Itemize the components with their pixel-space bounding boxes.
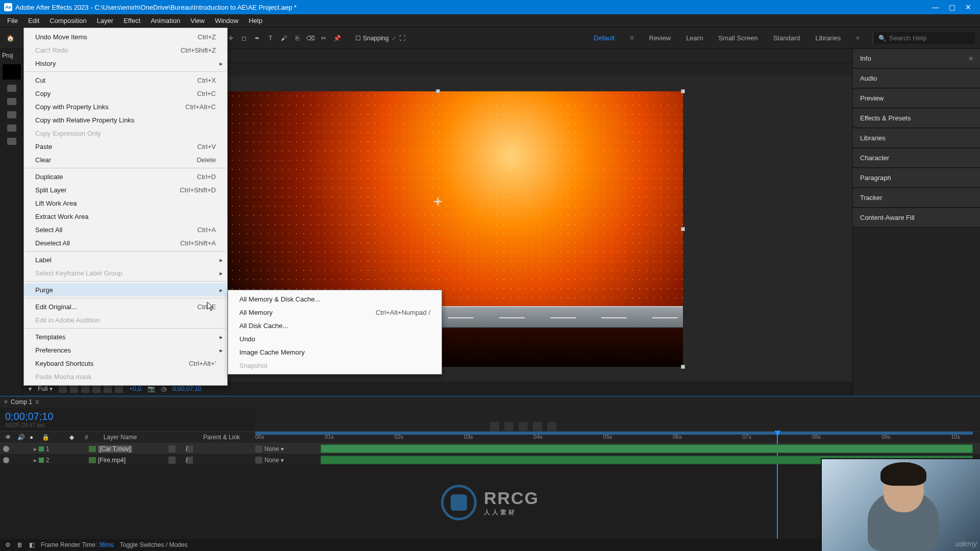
menu-composition[interactable]: Composition — [44, 15, 91, 27]
workspace-default[interactable]: Default — [594, 34, 615, 42]
edit-menu-item[interactable]: Copy with Relative Property Links — [24, 113, 227, 127]
menu-animation[interactable]: Animation — [145, 15, 185, 27]
edit-menu-item[interactable]: ClearDelete — [24, 153, 227, 166]
edit-menu-item[interactable]: CutCtrl+X — [24, 73, 227, 87]
bbox-handle[interactable] — [681, 227, 685, 231]
project-search-icon[interactable] — [7, 85, 16, 92]
maximize-button[interactable]: ▢ — [944, 2, 960, 12]
tl-tool-icon[interactable] — [490, 422, 499, 431]
purge-menu-item[interactable]: All Memory & Disk Cache... — [228, 292, 442, 306]
tl-tool-icon[interactable] — [533, 422, 542, 431]
timeline-tab[interactable]: Comp 1 — [11, 398, 32, 406]
roto-tool-icon[interactable]: ✂ — [318, 33, 329, 43]
edit-menu-item[interactable]: Split LayerCtrl+Shift+D — [24, 183, 227, 196]
menu-help[interactable]: Help — [243, 15, 267, 27]
visibility-toggle-icon[interactable] — [3, 457, 9, 463]
switch-icon[interactable] — [194, 445, 202, 453]
panel-character[interactable]: Character — [853, 148, 980, 168]
label-color-icon[interactable] — [39, 458, 44, 463]
snap-opt2-icon[interactable]: ⛶ — [399, 35, 405, 42]
switch-icon[interactable] — [194, 457, 202, 464]
bbox-handle[interactable] — [436, 89, 440, 93]
puppet-tool-icon[interactable]: 📌 — [332, 33, 342, 43]
panel-menu-icon[interactable]: ≡ — [969, 55, 973, 62]
edit-menu-item[interactable]: Keyboard ShortcutsCtrl+Alt+' — [24, 357, 227, 370]
switch-icon[interactable] — [212, 445, 219, 453]
home-icon[interactable]: 🏠 — [5, 33, 15, 43]
project-item-icon[interactable] — [7, 98, 16, 105]
tl-footer-icon[interactable]: 🗑 — [17, 541, 23, 548]
resolution-dropdown[interactable]: Full ▾ — [38, 385, 53, 392]
menu-edit[interactable]: Edit — [23, 15, 44, 27]
work-area[interactable] — [255, 432, 973, 435]
panel-audio[interactable]: Audio — [853, 69, 980, 88]
menu-file[interactable]: File — [2, 15, 23, 27]
switch-icon[interactable] — [168, 457, 176, 464]
switch-icon[interactable]: / — [186, 445, 193, 453]
purge-menu-item[interactable]: All MemoryCtrl+Alt+Numpad / — [228, 306, 442, 319]
pen-tool-icon[interactable]: ✒ — [252, 33, 262, 43]
tl-tool-icon[interactable] — [547, 422, 556, 431]
layer-clip[interactable] — [321, 444, 973, 453]
guides-icon[interactable] — [92, 385, 101, 393]
workspace-smallscreen[interactable]: Small Screen — [718, 34, 757, 42]
timeline-close-icon[interactable]: × — [4, 398, 8, 406]
edit-menu-item[interactable]: Templates▸ — [24, 330, 227, 343]
eraser-tool-icon[interactable]: ⌫ — [305, 33, 315, 43]
workspace-menu-icon[interactable]: ≡ — [630, 34, 633, 42]
clone-tool-icon[interactable]: ⎘ — [292, 33, 302, 43]
search-help[interactable]: 🔍 — [873, 32, 975, 44]
type-tool-icon[interactable]: T — [265, 33, 276, 43]
tl-tool-icon[interactable] — [504, 422, 513, 431]
tl-footer-icon[interactable]: ⚙ — [5, 541, 11, 548]
search-input[interactable] — [889, 34, 961, 42]
purge-menu-item[interactable]: All Disk Cache... — [228, 319, 442, 332]
toggle-switches[interactable]: Toggle Switches / Modes — [120, 541, 188, 548]
edit-menu-item[interactable]: PasteCtrl+V — [24, 140, 227, 153]
label-col-icon[interactable]: ◆ — [69, 434, 77, 441]
edit-menu-item[interactable]: Edit Original...Ctrl+E — [24, 300, 227, 313]
snapshot-icon[interactable]: 📷 — [148, 385, 155, 392]
anchor-point-icon[interactable] — [434, 197, 442, 206]
mask-icon[interactable] — [70, 385, 78, 393]
pickwhip-icon[interactable] — [255, 457, 262, 464]
minimize-button[interactable]: — — [928, 2, 943, 12]
edit-menu-item[interactable]: Deselect AllCtrl+Shift+A — [24, 236, 227, 249]
twirl-icon[interactable]: ▸ — [34, 445, 37, 453]
project-folder-icon[interactable] — [7, 124, 16, 132]
workspace-overflow-icon[interactable]: » — [856, 34, 860, 42]
visibility-toggle-icon[interactable] — [3, 446, 9, 452]
edit-menu-item[interactable]: Copy with Property LinksCtrl+Alt+C — [24, 100, 227, 113]
edit-menu-item[interactable]: Extract Work Area — [24, 210, 227, 223]
workspace-learn[interactable]: Learn — [686, 34, 703, 42]
switch-icon[interactable] — [203, 445, 210, 453]
edit-menu-item[interactable]: CopyCtrl+C — [24, 87, 227, 100]
viewer-time[interactable]: 0;00;07;10 — [173, 385, 202, 392]
edit-menu-item[interactable]: Purge▸ — [24, 283, 227, 296]
tl-footer-icon[interactable]: ◧ — [29, 541, 35, 548]
project-item3-icon[interactable] — [7, 138, 16, 145]
menu-effect[interactable]: Effect — [118, 15, 145, 27]
bbox-handle[interactable] — [681, 89, 685, 93]
tl-tool-icon[interactable] — [519, 422, 528, 431]
panel-libraries[interactable]: Libraries — [853, 129, 980, 148]
project-item2-icon[interactable] — [7, 111, 16, 118]
brush-tool-icon[interactable]: 🖌 — [279, 33, 289, 43]
snap-opt-icon[interactable]: ⟋ — [391, 35, 397, 42]
eye-col-icon[interactable]: 👁 — [5, 434, 12, 441]
panel-effects[interactable]: Effects & Presets — [853, 109, 980, 128]
workspace-standard[interactable]: Standard — [773, 34, 800, 42]
purge-menu-item[interactable]: Undo — [228, 332, 442, 345]
exposure-value[interactable]: +0,0 — [129, 385, 141, 392]
workspace-review[interactable]: Review — [649, 34, 671, 42]
solo-col-icon[interactable]: ● — [30, 434, 37, 441]
audio-col-icon[interactable]: 🔊 — [17, 434, 24, 441]
label-color-icon[interactable] — [39, 446, 44, 452]
switch-icon[interactable]: / — [186, 457, 193, 464]
parent-dropdown[interactable]: None ▾ — [264, 457, 284, 464]
edit-menu-item[interactable]: DuplicateCtrl+D — [24, 170, 227, 183]
twirl-icon[interactable]: ▸ — [34, 457, 37, 464]
parent-dropdown[interactable]: None ▾ — [264, 445, 284, 453]
edit-menu-dropdown[interactable]: Undo Move ItemsCtrl+ZCan't RedoCtrl+Shif… — [23, 28, 228, 386]
edit-menu-item[interactable]: Undo Move ItemsCtrl+Z — [24, 30, 227, 43]
